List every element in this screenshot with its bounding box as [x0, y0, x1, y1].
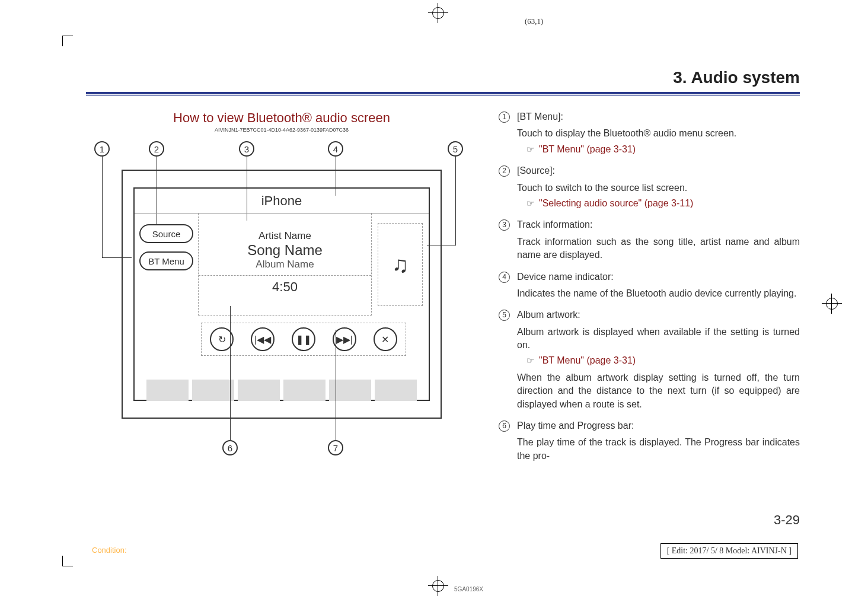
item-description-extra: When the album artwork display setting i…	[517, 371, 800, 411]
item-description: Touch to display the Bluetooth® audio me…	[517, 127, 800, 140]
condition-label: Condition:	[92, 546, 127, 555]
previous-track-button[interactable]: |◀◀	[251, 327, 275, 351]
crop-mark	[62, 36, 73, 46]
pointer-icon	[526, 354, 535, 367]
tab-placeholder[interactable]	[375, 380, 417, 401]
item-description: Album artwork is displayed when availabl…	[517, 326, 800, 352]
cross-reference: "Selecting audio source" (page 3-11)	[517, 197, 800, 210]
callout-6: 6	[222, 440, 238, 455]
leader-line	[102, 157, 103, 257]
callout-2: 2	[149, 141, 164, 157]
callout-7: 7	[328, 440, 343, 455]
play-time-label: 4:50	[199, 275, 371, 298]
album-name-label: Album Name	[256, 259, 314, 270]
divider-thick	[86, 92, 800, 94]
list-item: 1 [BT Menu]: Touch to display the Blueto…	[499, 110, 800, 156]
pointer-icon	[526, 143, 535, 156]
item-title: Play time and Progress bar:	[517, 419, 800, 432]
item-number: 5	[499, 310, 510, 321]
crop-mark	[62, 556, 73, 566]
tab-placeholder[interactable]	[283, 380, 326, 401]
tab-placeholder[interactable]	[146, 380, 189, 401]
list-item: 5 Album artwork: Album artwork is displa…	[499, 308, 800, 411]
description-list: 1 [BT Menu]: Touch to display the Blueto…	[499, 110, 800, 463]
bt-menu-button[interactable]: BT Menu	[139, 251, 193, 270]
artist-name-label: Artist Name	[259, 230, 311, 242]
item-title: [Source]:	[517, 164, 800, 177]
bluetooth-audio-figure: 1 2 3 4 5 iPhone Source	[92, 141, 471, 455]
leader-line	[455, 157, 456, 246]
page-number: 3-29	[774, 512, 800, 528]
music-note-icon: ♫	[392, 252, 409, 278]
song-name-label: Song Name	[247, 242, 323, 259]
item-title: [BT Menu]:	[517, 110, 800, 123]
album-artwork-placeholder: ♫	[378, 223, 423, 306]
edit-metadata: [ Edit: 2017/ 5/ 8 Model: AIVINJ-N ]	[660, 543, 798, 559]
item-description: The play time of the track is displayed.…	[517, 436, 800, 463]
guid-code: AIVINJN1-7EB7CC01-4D10-4A62-9367-0139FAD…	[86, 127, 477, 133]
item-title: Album artwork:	[517, 308, 800, 321]
callout-4: 4	[328, 141, 343, 157]
source-button[interactable]: Source	[139, 224, 193, 243]
cross-reference: "BT Menu" (page 3-31)	[517, 354, 800, 367]
page-coordinate: (63,1)	[525, 17, 543, 26]
item-title: Device name indicator:	[517, 270, 800, 283]
divider-thin	[86, 95, 800, 96]
registration-mark-right	[822, 294, 842, 314]
chapter-title: 3. Audio system	[86, 68, 800, 92]
pause-button[interactable]: ❚❚	[292, 327, 315, 351]
bottom-tabs	[146, 380, 417, 401]
item-number: 6	[499, 420, 510, 432]
item-description: Track information such as the song title…	[517, 235, 800, 262]
shuffle-button[interactable]: ✕	[374, 327, 397, 351]
registration-mark-top	[428, 3, 448, 23]
leader-line	[336, 330, 336, 440]
section-heading: How to view Bluetooth® audio screen	[86, 110, 477, 126]
figure-id: 5GA0196X	[86, 586, 483, 592]
list-item: 6 Play time and Progress bar: The play t…	[499, 419, 800, 463]
cross-reference: "BT Menu" (page 3-31)	[517, 143, 800, 156]
callout-3: 3	[239, 141, 254, 157]
tab-placeholder[interactable]	[192, 380, 234, 401]
item-number: 1	[499, 111, 510, 123]
item-number: 4	[499, 272, 510, 283]
item-title: Track information:	[517, 218, 800, 231]
callout-1: 1	[94, 141, 110, 157]
item-description: Indicates the name of the Bluetooth audi…	[517, 287, 800, 300]
list-item: 4 Device name indicator: Indicates the n…	[499, 270, 800, 301]
playback-controls: ↻ |◀◀ ❚❚ ▶▶| ✕	[201, 323, 406, 356]
callout-5: 5	[448, 141, 463, 157]
item-description: Touch to switch to the source list scree…	[517, 181, 800, 195]
track-info-area: Artist Name Song Name Album Name 4:50	[199, 214, 372, 316]
list-item: 3 Track information: Track information s…	[499, 218, 800, 262]
device-name-bar: iPhone	[135, 189, 429, 214]
pointer-icon	[526, 197, 535, 210]
item-number: 3	[499, 219, 510, 231]
list-item: 2 [Source]: Touch to switch to the sourc…	[499, 164, 800, 210]
device-screen-frame: iPhone Source BT Menu Artist Name Song N…	[122, 170, 442, 419]
leader-line	[230, 306, 231, 440]
item-number: 2	[499, 165, 510, 177]
tab-placeholder[interactable]	[238, 380, 280, 401]
